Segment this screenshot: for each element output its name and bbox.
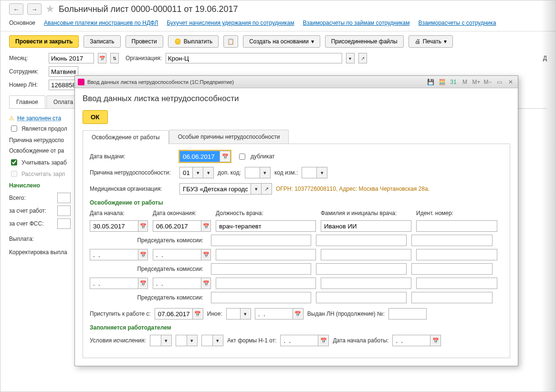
m-icon: M	[461, 78, 469, 86]
r2-name[interactable]	[321, 249, 411, 260]
r3-start[interactable]	[90, 278, 138, 289]
release-section: Освобождение от работы	[90, 199, 503, 206]
chg-code-dd[interactable]: ▾	[317, 167, 327, 178]
chair1-id[interactable]	[411, 235, 493, 246]
other-code[interactable]	[226, 308, 241, 320]
calendar-31-icon[interactable]: 31	[449, 78, 458, 86]
calendar-icon[interactable]: 📅	[293, 308, 304, 320]
add-code-dd[interactable]: ▾	[260, 167, 271, 178]
nav-fwd[interactable]: →	[27, 3, 42, 15]
pay-button[interactable]: 🪙Выплатить	[168, 35, 219, 48]
med-org-input[interactable]	[179, 183, 251, 195]
print-button[interactable]: 🖨 Печать ▾	[409, 35, 453, 48]
save-button[interactable]: Записать	[84, 35, 120, 48]
calendar-icon[interactable]: 📅	[318, 335, 329, 346]
fss-input[interactable]	[57, 218, 71, 229]
continuation-num[interactable]	[388, 308, 427, 320]
linktab-settlements[interactable]: Взаиморасчеты с сотрудника	[418, 20, 496, 26]
calendar-icon[interactable]: 📅	[98, 53, 106, 63]
warn-link[interactable]: Не заполнен ста	[17, 115, 61, 122]
consider-checkbox[interactable]	[11, 159, 17, 165]
reason-dd[interactable]: ▾	[193, 167, 203, 178]
chair2-pos[interactable]	[211, 263, 311, 275]
save-icon[interactable]: 💾	[426, 78, 435, 86]
linktab-advance[interactable]: Авансовые платежи иностранцев по НДФЛ	[44, 20, 158, 26]
calendar-icon[interactable]: 📅	[138, 220, 148, 232]
chg-code-input[interactable]	[302, 167, 317, 178]
r2-end[interactable]	[153, 249, 201, 260]
modal-tab-release[interactable]: Освобождение от работы	[83, 130, 169, 144]
chair3-pos[interactable]	[211, 292, 311, 303]
calendar-icon[interactable]: 📅	[138, 278, 148, 289]
r3-end[interactable]	[153, 278, 201, 289]
org-dropdown[interactable]: ▾	[346, 53, 355, 63]
linktab-accounting[interactable]: Бухучет начисления удержания по сотрудни…	[167, 20, 294, 26]
employer-input[interactable]	[57, 206, 71, 216]
total-input[interactable]	[57, 193, 71, 203]
chair2-name[interactable]	[316, 263, 407, 275]
attach-button[interactable]: Присоединенные файлы	[325, 35, 404, 48]
cond1[interactable]	[150, 335, 161, 346]
r1-end[interactable]	[153, 220, 201, 232]
other-date[interactable]	[255, 308, 293, 320]
calc-icon[interactable]: 🧮	[438, 78, 446, 86]
calendar-icon[interactable]: 📅	[201, 278, 211, 289]
work-start-date[interactable]	[392, 335, 430, 346]
chair1-name[interactable]	[316, 235, 407, 246]
calendar-icon[interactable]: 📅	[220, 151, 231, 162]
org-open[interactable]: ↗	[358, 53, 367, 63]
post-close-button[interactable]: Провести и закрыть	[9, 35, 79, 48]
modal-tab-special[interactable]: Особые причины нетрудоспособности	[169, 130, 289, 144]
calendar-icon[interactable]: 📅	[430, 335, 441, 346]
r3-name[interactable]	[321, 278, 411, 289]
r2-pos[interactable]	[216, 249, 316, 260]
month-spinner[interactable]: ⇅	[110, 53, 119, 63]
minimize-icon[interactable]: ▭	[495, 78, 504, 86]
list-icon-button[interactable]: 📋	[223, 35, 238, 48]
favorite-star-icon[interactable]: ★	[45, 3, 55, 15]
month-label: Месяц:	[9, 55, 45, 62]
other-dd[interactable]: ▾	[241, 308, 251, 320]
r1-name[interactable]	[321, 220, 411, 232]
chair2-id[interactable]	[411, 263, 493, 275]
r1-id[interactable]	[416, 220, 497, 232]
close-icon[interactable]: ✕	[506, 78, 515, 86]
calendar-icon[interactable]: 📅	[193, 308, 203, 320]
month-input[interactable]	[49, 53, 94, 63]
continuation-checkbox[interactable]	[11, 125, 17, 132]
r3-pos[interactable]	[216, 278, 316, 289]
add-code-input[interactable]	[245, 167, 260, 178]
r2-start[interactable]	[90, 249, 138, 260]
calendar-icon[interactable]: 📅	[201, 249, 211, 260]
cond3[interactable]	[201, 335, 213, 346]
employee-input[interactable]	[49, 66, 78, 77]
chair3-id[interactable]	[411, 292, 493, 303]
issue-date-input[interactable]	[179, 151, 220, 162]
ok-button[interactable]: ОК	[83, 110, 108, 124]
tab-main[interactable]: Главное	[9, 95, 45, 108]
chair3-name[interactable]	[316, 292, 407, 303]
create-based-button[interactable]: Создать на основании ▾	[243, 35, 320, 48]
med-open[interactable]: ↗	[262, 183, 272, 195]
post-button[interactable]: Провести	[126, 35, 163, 48]
reason-open[interactable]: ▾	[203, 167, 214, 178]
calendar-icon[interactable]: 📅	[138, 249, 148, 260]
r1-start[interactable]	[90, 220, 138, 232]
linktab-main[interactable]: Основное	[9, 20, 35, 26]
ln-input[interactable]	[49, 80, 78, 90]
duplicate-checkbox[interactable]	[239, 154, 245, 160]
org-input[interactable]	[166, 53, 342, 63]
cond2[interactable]	[176, 335, 187, 346]
chevron-down-icon: ▾	[311, 38, 314, 45]
linktab-loans[interactable]: Взаиморасчеты по займам сотрудникам	[303, 20, 410, 26]
chair1-pos[interactable]	[211, 235, 311, 246]
med-dd[interactable]: ▾	[251, 183, 262, 195]
r2-id[interactable]	[416, 249, 497, 260]
return-date-input[interactable]	[155, 308, 193, 320]
reason-code-input[interactable]	[179, 167, 193, 178]
r3-id[interactable]	[416, 278, 497, 289]
act-date[interactable]	[280, 335, 318, 346]
r1-pos[interactable]	[216, 220, 316, 232]
calendar-icon[interactable]: 📅	[201, 220, 211, 232]
nav-back[interactable]: ←	[9, 3, 23, 15]
